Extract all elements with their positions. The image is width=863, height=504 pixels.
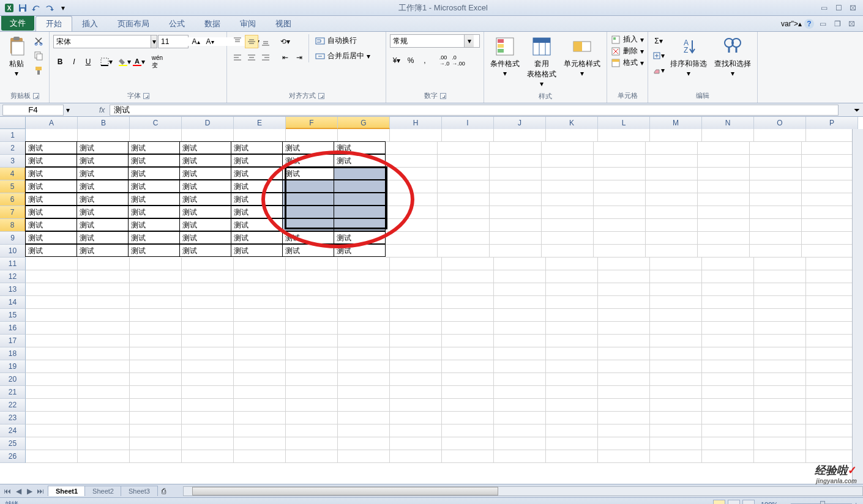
row-header[interactable]: 22 (0, 399, 26, 412)
cell[interactable] (26, 296, 78, 309)
cell[interactable] (386, 180, 438, 193)
cell[interactable] (494, 322, 546, 335)
cell[interactable] (754, 424, 806, 437)
cell[interactable] (702, 322, 754, 335)
cell[interactable] (698, 180, 750, 193)
cell[interactable]: 测试 (25, 206, 77, 218)
cell[interactable] (754, 347, 806, 360)
row-header[interactable]: 16 (0, 322, 26, 335)
clear-icon[interactable]: ▾ (652, 64, 665, 77)
cell[interactable] (78, 309, 130, 322)
cell[interactable] (806, 450, 858, 463)
cell[interactable] (806, 347, 858, 360)
cell[interactable] (26, 309, 78, 322)
cell[interactable] (442, 270, 494, 283)
cell[interactable] (598, 347, 650, 360)
cell[interactable] (542, 232, 594, 245)
cell[interactable]: 测试 (77, 193, 129, 206)
cell[interactable] (806, 129, 858, 142)
row-header[interactable]: 23 (0, 412, 26, 424)
cell[interactable] (234, 335, 286, 347)
cell[interactable] (182, 412, 234, 424)
cell[interactable] (390, 360, 442, 373)
cell[interactable] (698, 206, 750, 219)
undo-icon[interactable] (31, 2, 42, 13)
cell[interactable] (702, 335, 754, 347)
cell[interactable] (754, 373, 806, 386)
cell[interactable] (78, 386, 130, 399)
cell[interactable] (390, 309, 442, 322)
cell[interactable] (26, 129, 78, 142)
cell[interactable] (438, 206, 490, 219)
cell[interactable] (750, 193, 802, 206)
cell[interactable] (442, 129, 494, 142)
cell[interactable]: 测试 (179, 231, 231, 244)
merge-button[interactable]: 合并后居中▾ (313, 50, 373, 62)
row-header[interactable]: 14 (0, 296, 26, 309)
cell[interactable] (698, 155, 750, 168)
cell[interactable] (650, 373, 702, 386)
cell[interactable] (130, 258, 182, 270)
cell[interactable] (702, 129, 754, 142)
cell[interactable] (286, 296, 338, 309)
row-header[interactable]: 13 (0, 283, 26, 296)
cell[interactable] (338, 373, 390, 386)
cell[interactable]: 测试 (77, 167, 129, 180)
cell[interactable] (598, 322, 650, 335)
cell[interactable] (494, 309, 546, 322)
cells-area[interactable]: 测试测试测试测试测试测试测试测试测试测试测试测试测试测试测试测试测试测试测试测试… (26, 129, 863, 463)
cell[interactable] (286, 283, 338, 296)
cell[interactable] (130, 296, 182, 309)
cell[interactable] (286, 129, 338, 142)
cell[interactable] (754, 399, 806, 412)
cell[interactable] (698, 168, 750, 180)
cell[interactable] (386, 155, 438, 168)
sort-filter-button[interactable]: AZ排序和筛选▾ (668, 34, 709, 80)
cell[interactable] (806, 283, 858, 296)
cell[interactable] (806, 412, 858, 424)
cell[interactable]: 测试 (282, 141, 334, 154)
cell[interactable] (26, 437, 78, 450)
cell[interactable]: 测试 (282, 231, 334, 244)
border-button[interactable]: ▾ (100, 55, 113, 69)
cell[interactable] (650, 424, 702, 437)
cell[interactable] (646, 232, 698, 245)
cell[interactable] (386, 232, 438, 245)
cell[interactable] (754, 283, 806, 296)
column-header[interactable]: N (702, 117, 754, 129)
cell-styles-button[interactable]: 单元格样式▾ (561, 34, 603, 80)
cell[interactable] (546, 296, 598, 309)
cell[interactable] (650, 296, 702, 309)
cell[interactable] (806, 309, 858, 322)
cell[interactable] (442, 335, 494, 347)
cell[interactable] (806, 399, 858, 412)
cell[interactable]: 测试 (128, 141, 180, 154)
cell[interactable] (390, 424, 442, 437)
number-format-combo[interactable]: ▾ (390, 34, 480, 48)
cell[interactable] (594, 155, 646, 168)
excel-icon[interactable]: X (4, 2, 15, 13)
cell[interactable] (442, 399, 494, 412)
cell[interactable] (806, 296, 858, 309)
cell[interactable] (494, 412, 546, 424)
sheet-tab[interactable]: Sheet2 (84, 486, 122, 496)
cell[interactable] (542, 245, 594, 258)
cell[interactable] (286, 373, 338, 386)
cell[interactable] (130, 424, 182, 437)
cell[interactable] (338, 270, 390, 283)
cell[interactable] (286, 258, 338, 270)
cell[interactable]: 测试 (179, 218, 231, 231)
cell[interactable] (26, 386, 78, 399)
format-cells-button[interactable]: 格式▾ (611, 57, 644, 68)
cell[interactable] (542, 142, 594, 155)
cell[interactable] (182, 437, 234, 450)
row-header[interactable]: 4 (0, 168, 26, 180)
cell[interactable] (438, 180, 490, 193)
cell[interactable] (754, 309, 806, 322)
align-center-icon[interactable] (245, 51, 258, 64)
cell[interactable]: 测试 (128, 193, 180, 206)
cell[interactable] (494, 424, 546, 437)
cell[interactable] (78, 296, 130, 309)
cell[interactable] (802, 168, 854, 180)
cell[interactable] (750, 245, 802, 258)
